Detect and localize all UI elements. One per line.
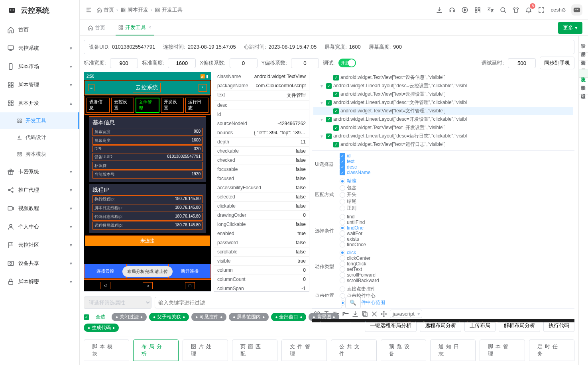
bell-icon[interactable]: 5 [525, 6, 532, 14]
filter-tag[interactable]: ●全部窗口● [271, 313, 306, 321]
std-height-input[interactable] [168, 58, 196, 68]
fullscreen-icon[interactable] [538, 6, 545, 14]
sync-phone-button[interactable]: 同步到手机 [540, 57, 574, 69]
phone-tab[interactable]: 运行日志 [185, 98, 208, 113]
ui-opt-className[interactable]: ✓className [340, 170, 370, 175]
filter-attr-select[interactable]: 请选择筛选属性 [84, 296, 151, 309]
bottom-tab[interactable]: 图片处理 [183, 339, 228, 361]
select-all-label[interactable]: 全选 [92, 313, 109, 321]
radio-untilFind[interactable]: untilFind [340, 220, 366, 225]
language-select[interactable]: javascript [390, 310, 422, 318]
radio-exists[interactable]: exists [340, 236, 366, 242]
sidebar-item-脚本管理[interactable]: 脚本管理▾ [0, 76, 79, 94]
tree-checkbox[interactable]: ✓ [333, 75, 339, 80]
filter-tag[interactable]: ●可见控件● [191, 313, 226, 321]
filter-tag[interactable]: ●生成代码● [84, 324, 119, 332]
radio-直接点击控件[interactable]: 直接点击控件 [340, 286, 385, 292]
radio-scrollForward[interactable]: scrollForward [340, 272, 379, 278]
filter-keyword-input[interactable] [155, 297, 342, 308]
collapse-icon[interactable] [85, 6, 92, 14]
rail-item[interactable]: 运行日志 [579, 86, 588, 94]
tree-node[interactable]: ▾✓android.widget.LinearLayout["desc=云控设置… [313, 82, 573, 90]
tree-node[interactable]: ✓android.widget.TextView["text=云控设置","vi… [313, 90, 573, 98]
bottom-tab[interactable]: 公共文件 [331, 339, 376, 361]
tree-checkbox[interactable]: ✓ [333, 92, 339, 97]
tree-node[interactable]: ▾✓android.widget.LinearLayout["desc=开发设置… [313, 115, 573, 124]
ui-opt-id[interactable]: ✓id [340, 153, 370, 159]
radio-findOne[interactable]: findOne [340, 225, 366, 231]
ui-opt-text[interactable]: ✓text [340, 159, 370, 164]
sidebar-item-云控系统[interactable]: 云控系统▾ [0, 39, 79, 57]
sidebar-item-脚本解密[interactable]: 脚本解密▾ [0, 273, 79, 291]
tree-checkbox[interactable]: ✓ [333, 108, 339, 114]
radio-开头[interactable]: 开头 [340, 191, 356, 198]
rail-item[interactable]: 全屏显示 [579, 44, 588, 53]
phone-bottom-btn[interactable]: 连接云控 [84, 264, 126, 279]
rail-item[interactable]: 悬浮投屏 [579, 61, 588, 69]
close-icon[interactable]: × [148, 24, 151, 30]
tree-node[interactable]: ✓android.widget.TextView["text=设备信息","vi… [313, 73, 573, 82]
tree-node[interactable]: ✓android.widget.TextView["text=运行日志","vi… [313, 140, 573, 149]
filter-tag[interactable]: ●父子相关联● [149, 313, 189, 321]
bottom-tab[interactable]: 预览设备 [381, 339, 426, 361]
tree-node[interactable]: ✓android.widget.TextView["text=开发设置","vi… [313, 124, 573, 132]
search-icon[interactable] [500, 6, 507, 14]
radio-findOnce[interactable]: findOnce [340, 242, 366, 247]
bottom-tab[interactable]: 定时任务 [529, 339, 574, 361]
sidebar-item-推广代理[interactable]: 推广代理▾ [0, 181, 79, 199]
radio-精准[interactable]: 精准 [340, 178, 356, 184]
phone-bottom-btn[interactable]: 断开连接 [169, 264, 211, 279]
code-editor[interactable]: 1var returned = text("文件管理").className("… [312, 319, 574, 322]
avatar[interactable] [571, 4, 582, 16]
tree-checkbox[interactable]: ✓ [326, 133, 332, 139]
rail-item[interactable]: 基础设置 [579, 78, 588, 86]
bottom-tab[interactable]: 页面匹配 [232, 339, 277, 361]
radio-scrollBackward[interactable]: scrollBackward [340, 278, 379, 283]
tab-开发工具[interactable]: 开发工具× [116, 20, 154, 35]
tree-checkbox[interactable]: ✓ [333, 125, 339, 131]
radio-setText[interactable]: setText [340, 267, 379, 272]
sidebar-item-设备共享[interactable]: 设备共享▾ [0, 254, 79, 273]
tree-node[interactable]: ▾✓android.widget.LinearLayout["desc=运行日志… [313, 132, 573, 140]
filter-tag[interactable]: ●屏幕范围内● [229, 313, 269, 321]
sidebar-item-脚本市场[interactable]: 脚本市场▾ [0, 57, 79, 76]
sidebar-subitem-代码设计[interactable]: 代码设计 [0, 129, 79, 146]
search-button[interactable]: 🔍 [345, 297, 361, 308]
breadcrumb-item[interactable]: 首页 [96, 6, 114, 14]
x-offset-input[interactable] [230, 58, 258, 68]
filter-tag[interactable]: ●关闭过滤● [112, 313, 147, 321]
sidebar-item-视频教程[interactable]: 视频教程▾ [0, 199, 79, 218]
tree-node[interactable]: ✓android.widget.TextView["text=文件管理","vi… [313, 107, 573, 115]
rail-item[interactable]: 设备列表 [579, 53, 588, 61]
radio-正则[interactable]: 正则 [340, 205, 356, 212]
user-name[interactable]: ceshi3 [551, 7, 566, 13]
rail-item[interactable]: 设备状态 [579, 69, 588, 78]
hamburger-icon[interactable]: ≡ [88, 84, 94, 91]
bottom-tab[interactable]: 布局分析 [133, 339, 179, 361]
tshirt-icon[interactable] [512, 6, 519, 14]
bottom-tab[interactable]: 通知日志 [430, 339, 476, 361]
sidebar-item-个人中心[interactable]: 个人中心▾ [0, 218, 79, 236]
y-offset-input[interactable] [291, 58, 319, 68]
ui-opt-desc[interactable]: ✓desc [340, 164, 370, 170]
radio-结尾[interactable]: 结尾 [340, 198, 356, 205]
more-button[interactable]: 更多 ▾ [558, 22, 582, 34]
tab-首页[interactable]: 首页 [85, 20, 108, 35]
tree-checkbox[interactable]: ✓ [326, 117, 332, 122]
play-circle-icon[interactable] [461, 6, 468, 14]
breadcrumb-item[interactable]: 开发工具 [155, 6, 183, 14]
debug-switch[interactable]: 开启 [338, 59, 356, 67]
tree-checkbox[interactable]: ✓ [326, 83, 332, 89]
sidebar-subitem-开发工具[interactable]: 开发工具 [0, 112, 79, 129]
rail-item[interactable]: 设置 [579, 36, 588, 44]
download-icon[interactable] [436, 6, 443, 14]
radio-longClick[interactable]: longClick [340, 261, 379, 267]
tree-checkbox[interactable]: ✓ [326, 100, 332, 106]
sidebar-item-卡密系统[interactable]: 卡密系统▾ [0, 163, 79, 181]
translate-icon[interactable] [487, 6, 494, 14]
code-line[interactable]: 1var returned = text("文件管理").className("… [312, 321, 574, 322]
breadcrumb-item[interactable]: 脚本开发 [120, 6, 148, 14]
radio-click[interactable]: click [340, 250, 379, 255]
radio-clickCenter[interactable]: clickCenter [340, 255, 379, 261]
phone-tab[interactable]: 文件管理 [136, 98, 159, 113]
